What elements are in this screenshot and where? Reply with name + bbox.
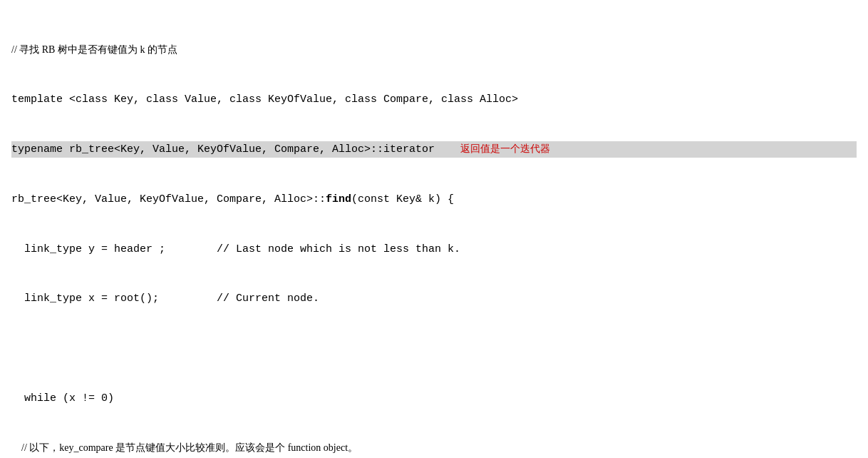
comment-key-compare: // 以下，key_compare 是节点键值大小比较准则。应该会是个 func… <box>11 442 358 453</box>
title-comment: // 寻找 RB 树中是否有键值为 k 的节点 <box>11 44 177 55</box>
empty-line-1 <box>11 340 857 357</box>
function-signature-post: (const Key& k) { <box>351 193 454 205</box>
code-container: // 寻找 RB 树中是否有键值为 k 的节点 template <class … <box>11 9 857 458</box>
template-declaration: template <class Key, class Value, class … <box>11 93 518 106</box>
line-3-highlighted: typename rb_tree<Key, Value, KeyOfValue,… <box>11 141 857 158</box>
line-2: template <class Key, class Value, class … <box>11 91 857 108</box>
function-signature-pre: rb_tree<Key, Value, KeyOfValue, Compare,… <box>11 193 326 205</box>
typename-iterator: typename rb_tree<Key, Value, KeyOfValue,… <box>11 143 435 156</box>
line-5: link_type y = header ; // Last node whic… <box>11 241 857 258</box>
while-loop: while (x != 0) <box>11 392 114 404</box>
line-6: link_type x = root(); // Current node. <box>11 290 857 307</box>
annotation-iterator: 返回值是一个迭代器 <box>460 143 550 154</box>
line-4: rb_tree<Key, Value, KeyOfValue, Compare,… <box>11 191 857 208</box>
link-type-x: link_type x = root(); // Current node. <box>11 292 319 305</box>
line-9: // 以下，key_compare 是节点键值大小比较准则。应该会是个 func… <box>11 440 857 457</box>
function-name: find <box>326 193 351 205</box>
line-1: // 寻找 RB 树中是否有键值为 k 的节点 <box>11 42 857 58</box>
link-type-y: link_type y = header ; // Last node whic… <box>11 243 460 255</box>
line-8: while (x != 0) <box>11 390 857 407</box>
